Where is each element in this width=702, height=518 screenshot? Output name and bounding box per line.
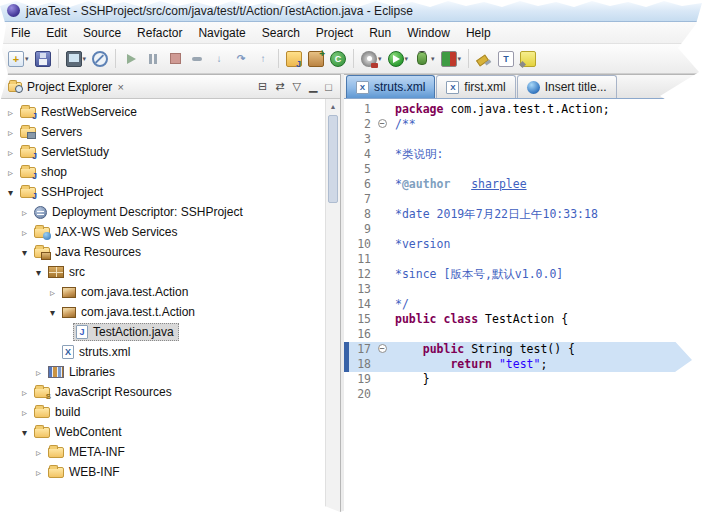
code-line-11[interactable]: 11: [344, 252, 702, 267]
menu-edit[interactable]: Edit: [38, 24, 75, 42]
tree-node[interactable]: com.java.test.t.Action: [59, 303, 200, 321]
collapse-minus-icon[interactable]: −: [378, 119, 387, 128]
code-line-18[interactable]: 18 return "test";: [344, 357, 702, 372]
code-line-2[interactable]: 2−/**: [344, 117, 702, 132]
code-line-15[interactable]: 15public class TestAction {: [344, 312, 702, 327]
tree-item-java-resources[interactable]: ▾Java Resources: [0, 242, 325, 262]
tree-item-testaction-java[interactable]: TestAction.java: [0, 322, 325, 342]
tree-item-webcontent[interactable]: ▾WebContent: [0, 422, 325, 442]
expand-arrow-icon[interactable]: ▾: [32, 267, 45, 278]
collapse-minus-icon[interactable]: −: [378, 344, 387, 353]
tree-item-web-inf[interactable]: ▹WEB-INF: [0, 462, 325, 482]
tree-node[interactable]: build: [31, 403, 85, 421]
step-return-button[interactable]: [252, 48, 274, 70]
editor-tab-insert-title[interactable]: Insert title...: [517, 75, 617, 98]
expand-arrow-icon[interactable]: ▹: [18, 387, 31, 398]
expand-arrow-icon[interactable]: ▾: [4, 187, 17, 198]
code-line-3[interactable]: 3: [344, 132, 702, 147]
tree-node[interactable]: Deployment Descriptor: SSHProject: [31, 203, 248, 221]
code-line-7[interactable]: 7: [344, 192, 702, 207]
expand-arrow-icon[interactable]: ▹: [18, 407, 31, 418]
disconnect-button[interactable]: [186, 48, 208, 70]
code-line-19[interactable]: 19 }: [344, 372, 702, 387]
dropdown-chevron-icon[interactable]: ▾: [25, 55, 29, 63]
tree-item-shop[interactable]: ▹shop: [0, 162, 325, 182]
new-wizard-button[interactable]: ▾: [5, 48, 32, 70]
menu-refactor[interactable]: Refactor: [129, 24, 190, 42]
expand-arrow-icon[interactable]: ▹: [32, 447, 45, 458]
dropdown-chevron-icon[interactable]: ▾: [83, 55, 87, 63]
tree-node[interactable]: JavaScript Resources: [31, 383, 177, 401]
collapse-all-icon[interactable]: ⊟: [255, 79, 270, 94]
step-into-button[interactable]: [208, 48, 230, 70]
menu-file[interactable]: File: [3, 24, 38, 42]
minimize-icon[interactable]: ▁: [306, 79, 320, 94]
save-button[interactable]: [32, 48, 54, 70]
tree-node[interactable]: JAX-WS Web Services: [31, 223, 182, 241]
menu-window[interactable]: Window: [399, 24, 458, 42]
project-explorer-tab[interactable]: Project Explorer: [5, 80, 127, 94]
tree-node[interactable]: RestWebServeice: [17, 103, 142, 121]
expand-arrow-icon[interactable]: ▾: [18, 247, 31, 258]
tree-item-jax-ws-web-services[interactable]: ▹JAX-WS Web Services: [0, 222, 325, 242]
tree-item-meta-inf[interactable]: ▹META-INF: [0, 442, 325, 462]
menu-help[interactable]: Help: [458, 24, 499, 42]
view-menu-icon[interactable]: ▽: [289, 79, 303, 94]
expand-arrow-icon[interactable]: ▾: [18, 427, 31, 438]
expand-arrow-icon[interactable]: ▾: [46, 307, 59, 318]
new-package-button[interactable]: [305, 48, 327, 70]
code-line-5[interactable]: 5: [344, 162, 702, 177]
scroll-up-icon[interactable]: ▲: [326, 99, 340, 113]
code-line-8[interactable]: 8*date 2019年7月22日上午10:33:18: [344, 207, 702, 222]
tree-node[interactable]: Java Resources: [31, 243, 146, 261]
tree-item-libraries[interactable]: ▹Libraries: [0, 362, 325, 382]
resume-button[interactable]: [120, 48, 142, 70]
expand-arrow-icon[interactable]: ▹: [46, 287, 59, 298]
title-bar[interactable]: javaTest - SSHProject/src/com/java/test/…: [0, 0, 702, 22]
tree-node[interactable]: META-INF: [45, 443, 130, 461]
tree-item-sshproject[interactable]: ▾SSHProject: [0, 182, 325, 202]
expand-arrow-icon[interactable]: ▹: [4, 127, 17, 138]
tree-scrollbar[interactable]: ▲: [325, 99, 340, 517]
menu-source[interactable]: Source: [75, 24, 129, 42]
close-view-icon[interactable]: [117, 80, 123, 94]
code-line-6[interactable]: 6*@author sharplee: [344, 177, 702, 192]
code-line-10[interactable]: 10*version: [344, 237, 702, 252]
tree-item-restwebserveice[interactable]: ▹RestWebServeice: [0, 102, 325, 122]
code-area[interactable]: 1package com.java.test.t.Action;2−/**34*…: [344, 99, 702, 518]
editor-tab-first-xml[interactable]: first.xml: [436, 75, 515, 98]
tree-node[interactable]: SSHProject: [17, 183, 108, 201]
dropdown-chevron-icon[interactable]: ▾: [458, 55, 462, 63]
tree-item-deployment-descriptor-sshproject[interactable]: ▹Deployment Descriptor: SSHProject: [0, 202, 325, 222]
tree-node[interactable]: TestAction.java: [73, 323, 179, 341]
tree-item-javascript-resources[interactable]: ▹JavaScript Resources: [0, 382, 325, 402]
open-type-button[interactable]: [495, 48, 517, 70]
step-over-button[interactable]: [230, 48, 252, 70]
dropdown-chevron-icon[interactable]: ▾: [405, 55, 409, 63]
maximize-icon[interactable]: □: [322, 80, 335, 94]
mark-occurrences-button[interactable]: [517, 48, 539, 70]
tree-node[interactable]: struts.xml: [59, 343, 135, 361]
terminate-button[interactable]: [164, 48, 186, 70]
expand-arrow-icon[interactable]: ▹: [32, 367, 45, 378]
tree-item-struts-xml[interactable]: struts.xml: [0, 342, 325, 362]
dropdown-chevron-icon[interactable]: ▾: [431, 55, 435, 63]
new-class-button[interactable]: [327, 48, 349, 70]
code-line-17[interactable]: 17− public String test() {: [344, 342, 702, 357]
menu-search[interactable]: Search: [254, 24, 308, 42]
code-line-13[interactable]: 13: [344, 282, 702, 297]
tree-node[interactable]: ServletStudy: [17, 143, 114, 161]
tree-node[interactable]: Libraries: [45, 363, 120, 381]
code-line-9[interactable]: 9: [344, 222, 702, 237]
code-line-4[interactable]: 4*类说明:: [344, 147, 702, 162]
tree-node[interactable]: com.java.test.Action: [59, 283, 193, 301]
external-tools-button[interactable]: ▾: [358, 48, 385, 70]
code-line-20[interactable]: 20: [344, 387, 702, 402]
link-with-editor-icon[interactable]: ⇄: [272, 79, 287, 94]
tree-item-build[interactable]: ▹build: [0, 402, 325, 422]
tree-node[interactable]: Servers: [17, 123, 87, 141]
scrollbar-thumb[interactable]: [328, 115, 338, 203]
menu-run[interactable]: Run: [361, 24, 399, 42]
code-line-16[interactable]: 16: [344, 327, 702, 342]
expand-arrow-icon[interactable]: ▹: [18, 227, 31, 238]
